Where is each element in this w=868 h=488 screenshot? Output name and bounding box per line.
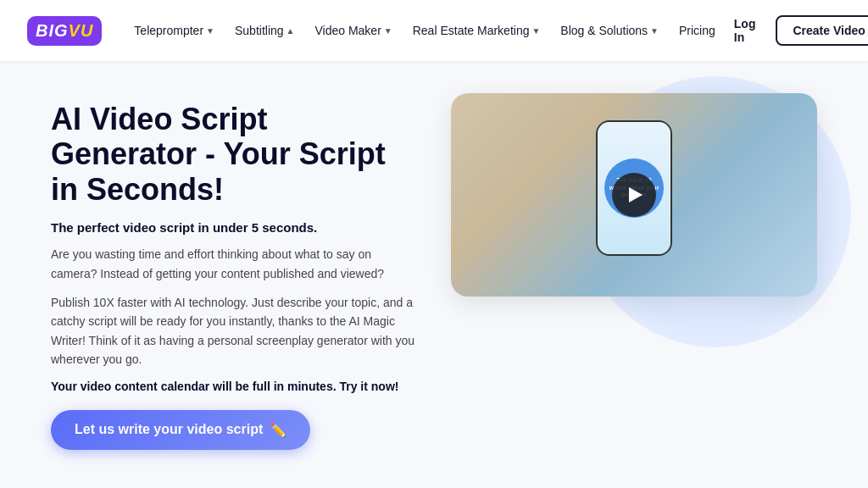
nav-subtitling[interactable]: Subtitling ▲ bbox=[226, 19, 303, 42]
nav-video-maker[interactable]: Video Maker ▼ bbox=[306, 19, 400, 42]
write-script-button[interactable]: Let us write your video script ✏️ bbox=[51, 410, 310, 450]
nav-real-estate[interactable]: Real Estate Marketing ▼ bbox=[404, 19, 549, 42]
main-nav: Teleprompter ▼ Subtitling ▲ Video Maker … bbox=[125, 19, 723, 42]
hero-title: AI Video Script Generator - Your Script … bbox=[51, 102, 417, 207]
video-container[interactable]: Tell me in 10 words about your business bbox=[451, 93, 817, 297]
login-button[interactable]: Log In bbox=[724, 10, 766, 51]
video-thumbnail[interactable]: Tell me in 10 words about your business bbox=[451, 93, 817, 297]
logo[interactable]: BIGVU bbox=[27, 16, 102, 46]
nav-blog-solutions[interactable]: Blog & Solutions ▼ bbox=[552, 19, 667, 42]
header: BIGVU Teleprompter ▼ Subtitling ▲ Video … bbox=[0, 0, 868, 61]
hero-cta-text: Your video content calendar will be full… bbox=[51, 380, 417, 393]
chevron-down-icon: ▼ bbox=[650, 26, 659, 36]
hero-right: Tell me in 10 words about your business bbox=[451, 93, 817, 297]
main-content: AI Video Script Generator - Your Script … bbox=[0, 61, 868, 450]
hero-subtitle: The perfect video script in under 5 seco… bbox=[51, 220, 417, 235]
hero-body1: Are you wasting time and effort thinking… bbox=[51, 245, 417, 283]
chevron-down-icon: ▼ bbox=[206, 26, 214, 36]
hero-left: AI Video Script Generator - Your Script … bbox=[51, 102, 417, 450]
hero-body2: Publish 10X faster with AI technology. J… bbox=[51, 293, 417, 369]
logo-text: BIGVU bbox=[36, 21, 93, 41]
nav-teleprompter[interactable]: Teleprompter ▼ bbox=[125, 19, 223, 42]
pencil-icon: ✏️ bbox=[270, 422, 287, 438]
chevron-up-icon: ▲ bbox=[287, 26, 295, 36]
chevron-down-icon: ▼ bbox=[384, 26, 392, 36]
create-video-button[interactable]: Create Video Free bbox=[776, 15, 868, 46]
nav-actions: Log In Create Video Free bbox=[724, 10, 868, 51]
nav-pricing[interactable]: Pricing bbox=[670, 19, 724, 42]
play-button[interactable] bbox=[612, 173, 656, 217]
write-script-label: Let us write your video script bbox=[75, 422, 263, 437]
chevron-down-icon: ▼ bbox=[531, 26, 540, 36]
play-icon bbox=[629, 187, 643, 202]
